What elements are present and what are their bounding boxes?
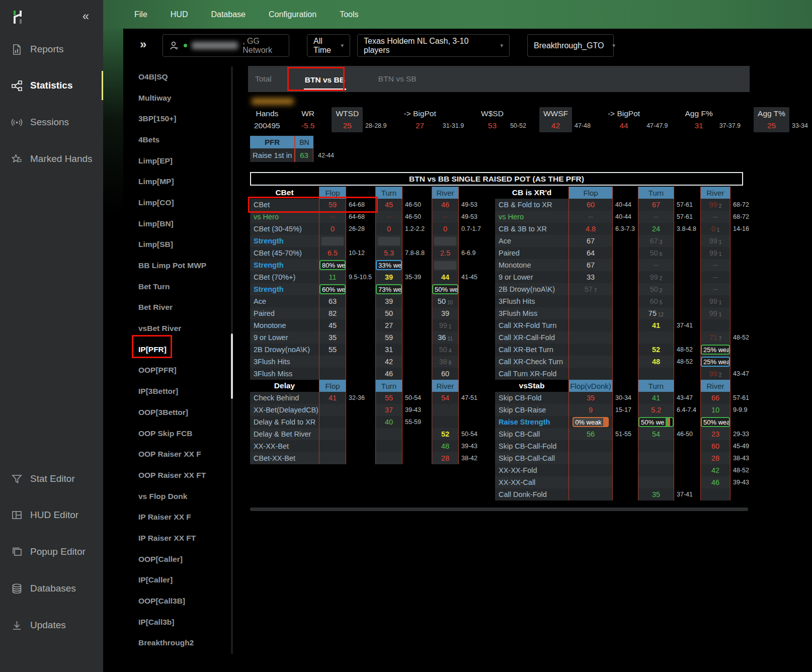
category-item-limp-mp-[interactable]: Limp[MP] — [123, 171, 226, 192]
category-item-3bp-150-[interactable]: 3BP[150+] — [123, 108, 226, 129]
stat-value: 45 — [385, 201, 393, 209]
funnel-icon — [11, 473, 23, 485]
category-item-ip-call3b-[interactable]: IP[Call3b] — [123, 612, 226, 633]
stat-value-cell — [319, 416, 346, 428]
stat-value: 38 — [439, 358, 447, 366]
menu-bar: FileHUDDatabaseConfigurationTools — [103, 0, 812, 29]
stat-value: 25 — [767, 121, 776, 130]
category-item-ip-pfr-[interactable]: IP[PFR] — [123, 339, 226, 360]
row-label: CBet (70%+) — [250, 271, 319, 283]
row-label: Strength — [250, 235, 319, 247]
population-range: 57-61 — [674, 199, 700, 211]
tab-total[interactable]: Total — [252, 66, 275, 92]
reports-icon — [11, 44, 23, 55]
stat-value-cell: -- — [638, 259, 674, 271]
stat-value-cell — [569, 356, 613, 368]
sidebar-item-statistics[interactable]: Statistics — [0, 74, 103, 97]
sidebar-item-reports[interactable]: Reports — [0, 38, 103, 61]
population-range — [346, 331, 375, 344]
stat-value-cell: 82 — [319, 307, 346, 319]
population-range — [346, 428, 375, 440]
horizontal-scrollbar[interactable] — [250, 508, 748, 511]
category-item-ip-caller-[interactable]: IP[Caller] — [123, 570, 226, 591]
category-item-oop-caller-[interactable]: OOP[Caller] — [123, 549, 226, 570]
row-label: XX-XX-Bet — [250, 440, 319, 452]
sidebar-item-marked-hands[interactable]: Marked Hands — [0, 147, 103, 171]
expand-panel-icon[interactable]: » — [140, 37, 145, 51]
population-range: 46-50 — [402, 211, 432, 223]
stat-value-cell: 54 — [432, 392, 459, 404]
tab-btn-vs-bb[interactable]: BTN vs BB — [301, 66, 349, 92]
row-label: Skip CB-Call-Call — [495, 452, 569, 464]
category-item-4bets[interactable]: 4Bets — [123, 129, 226, 150]
category-item-vsbet-river[interactable]: vsBet River — [123, 318, 226, 339]
population-range — [346, 356, 375, 368]
category-item-breakthrough2[interactable]: Breakthrough2 — [123, 633, 226, 654]
category-item-vs-flop-donk[interactable]: vs Flop Donk — [123, 486, 226, 507]
row-label: vs Hero — [250, 211, 319, 223]
category-item-oop-raiser-xx-ft[interactable]: OOP Raiser XX FT — [123, 465, 226, 486]
category-item-ip-3bettor-[interactable]: IP[3Bettor] — [123, 381, 226, 402]
stat-value-cell: 50% wea — [700, 416, 730, 428]
population-range: 14-16 — [730, 223, 752, 235]
column-header-river: River — [700, 187, 730, 199]
menu-item-hud[interactable]: HUD — [171, 10, 188, 19]
category-item-bet-river[interactable]: Bet River — [123, 297, 226, 318]
row-label: CB & Fold to XR — [495, 199, 569, 211]
category-item-ip-raiser-xx-ft[interactable]: IP Raiser XX FT — [123, 528, 226, 549]
category-item-limp-sb-[interactable]: Limp[SB] — [123, 234, 226, 256]
tab-label: BTN vs SB — [378, 74, 417, 83]
population-range — [402, 259, 432, 271]
sample-size: 3 — [660, 239, 663, 247]
row-label: CBet (30-45%) — [250, 223, 319, 235]
time-filter-dropdown[interactable]: All Time ▾ — [307, 34, 350, 57]
population-range — [730, 488, 752, 500]
category-item-oop-skip-fcb[interactable]: OOP Skip FCB — [123, 423, 226, 444]
stat-value-cell: 39 — [375, 295, 402, 307]
category-item-oop-pfr-[interactable]: OOP[PFR] — [123, 360, 226, 381]
strength-strip-label: 0% weak — [574, 418, 603, 426]
range-profile-dropdown[interactable]: Breakthrough_GTO ▾ — [527, 34, 614, 57]
stat-value-cell: -- — [700, 271, 730, 283]
stat-w-sd: W$SD5350-52 — [477, 107, 526, 132]
sidebar-item-label: Stat Editor — [30, 473, 75, 484]
category-item-ip-raiser-xx-f[interactable]: IP Raiser XX F — [123, 507, 226, 528]
population-range — [346, 307, 375, 319]
category-item-multiway[interactable]: Multiway — [123, 88, 226, 109]
category-item-oop-call3b-[interactable]: OOP[Call3B] — [123, 591, 226, 612]
category-item-limp-co-[interactable]: Limp[CO] — [123, 192, 226, 213]
menu-item-database[interactable]: Database — [211, 10, 246, 19]
category-item-o4b-sq[interactable]: O4B|SQ — [123, 66, 226, 88]
category-item-limp-ep-[interactable]: Limp[EP] — [123, 150, 226, 172]
population-range — [402, 428, 432, 440]
time-filter-value: All Time — [313, 37, 332, 55]
player-selector[interactable]: , GG Network — [163, 34, 289, 57]
game-filter-dropdown[interactable]: Texas Holdem NL Cash, 3-10 players ▾ — [357, 34, 510, 57]
row-label: Check Behind — [250, 392, 319, 404]
row-label: 9 or Lower — [495, 271, 569, 283]
category-item-bet-turn[interactable]: Bet Turn — [123, 276, 226, 297]
category-item-bb-limp-pot-mwp[interactable]: BB Limp Pot MWP — [123, 255, 226, 276]
section-header: CB is XR'd — [495, 187, 569, 199]
menu-item-file[interactable]: File — [134, 10, 147, 19]
tab-label: Total — [255, 74, 272, 83]
tab-btn-vs-sb[interactable]: BTN vs SB — [375, 66, 420, 92]
sidebar-item-sessions[interactable]: Sessions — [0, 111, 103, 134]
sidebar-item-popup-editor[interactable]: Popup Editor — [0, 540, 103, 563]
stat-value: 10 — [711, 406, 719, 414]
category-item-limp-bn-[interactable]: Limp[BN] — [123, 213, 226, 234]
category-item-oop-3bettor-[interactable]: OOP[3Bettor] — [123, 402, 226, 423]
sidebar-collapse-icon[interactable]: « — [83, 9, 89, 23]
stat-value: 41 — [329, 394, 337, 402]
sidebar-item-updates[interactable]: Updates — [0, 614, 103, 637]
category-scrollbar-thumb[interactable] — [231, 333, 233, 399]
sidebar-item-hud-editor[interactable]: HUD Editor — [0, 503, 103, 527]
category-item-oop-raiser-xx-f[interactable]: OOP Raiser XX F — [123, 444, 226, 465]
menu-item-configuration[interactable]: Configuration — [269, 10, 316, 19]
stat-value-cell: 991 — [700, 295, 730, 307]
population-range — [346, 452, 375, 464]
sidebar-item-stat-editor[interactable]: Stat Editor — [0, 467, 103, 490]
menu-item-tools[interactable]: Tools — [340, 10, 358, 19]
population-range — [730, 319, 752, 331]
sidebar-item-databases[interactable]: Databases — [0, 577, 103, 600]
